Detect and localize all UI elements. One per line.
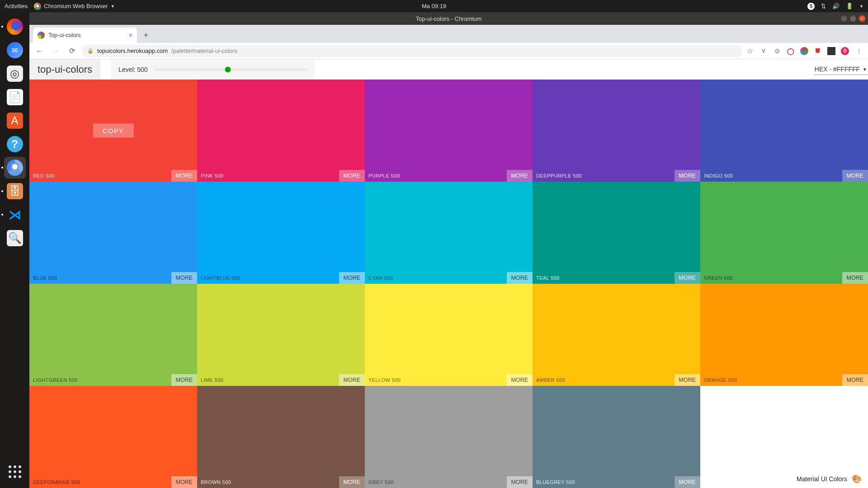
extension-profile-icon[interactable]: D [841,47,849,55]
dock-vscode[interactable]: ⋊ [4,204,26,225]
swatch-more-button[interactable]: MORE [507,170,533,182]
browser-window: Top-ui-colors - Chromium – ▢ × Top-ui-co… [29,12,868,488]
network-icon[interactable]: ⇅ [821,3,826,9]
swatch-grey-500[interactable]: GREY 500MORE [365,386,533,488]
swatch-more-button[interactable]: MORE [339,374,365,386]
swatch-more-button[interactable]: MORE [171,272,198,284]
tab-active[interactable]: Top-ui-colors × [33,28,137,43]
bookmark-star-icon[interactable]: ☆ [746,47,754,55]
dock-files[interactable]: 🗄 [4,180,26,202]
swatch-more-button[interactable]: MORE [842,374,868,386]
level-slider[interactable] [154,68,308,71]
swatch-deeppurple-500[interactable]: DEEPPURPLE 500MORE [533,80,700,182]
extension-grid-icon[interactable] [827,47,835,55]
firefox-icon [7,19,23,35]
swatch-pink-500[interactable]: PINK 500MORE [197,80,365,182]
reload-button[interactable]: ⟳ [66,45,78,57]
extension-colorpicker-icon[interactable] [800,47,808,55]
tab-close-button[interactable]: × [129,32,132,39]
browser-menu-button[interactable]: ⋮ [854,47,863,55]
dock-show-apps[interactable] [4,461,26,483]
swatch-yellow-500[interactable]: YELLOW 500MORE [365,284,533,386]
swatch-more-button[interactable]: MORE [171,170,198,182]
window-close-button[interactable]: × [859,15,865,22]
swatch-purple-500[interactable]: PURPLE 500MORE [365,80,533,182]
copy-button[interactable]: COPY [93,124,134,138]
dock-image-viewer[interactable]: 🔍 [4,227,26,249]
extension-settings-icon[interactable]: ⚙ [773,47,781,55]
swatch-more-button[interactable]: MORE [675,476,701,488]
chevron-down-icon: ▼ [863,67,867,72]
swatch-more-button[interactable]: MORE [507,476,533,488]
thunderbird-icon: ✉ [7,42,23,58]
swatch-amber-500[interactable]: AMBER 500MORE [533,284,700,386]
clock[interactable]: Ma 09:19 [422,3,446,9]
swatch-more-button[interactable]: MORE [675,272,701,284]
swatch-label: RED 500 [33,173,54,178]
swatch-bluegrey-500[interactable]: BLUEGREY 500MORE [533,386,700,488]
app-title[interactable]: top-ui-colors [38,64,92,75]
swatch-label: INDIGO 500 [704,173,733,178]
shopping-bag-icon: A [7,113,23,129]
swatch-lightgreen-500[interactable]: LIGHTGREEN 500MORE [29,284,197,386]
swatch-more-button[interactable]: MORE [339,476,365,488]
dock-software[interactable]: A [4,110,26,131]
swatch-teal-500[interactable]: TEAL 500MORE [533,182,700,284]
swatch-label: BLUEGREY 500 [536,479,575,485]
swatch-more-button[interactable]: MORE [842,272,868,284]
swatch-lightblue-500[interactable]: LIGHTBLUE 500MORE [197,182,365,284]
volume-icon[interactable]: 🔊 [832,3,840,9]
dock-rhythmbox[interactable]: ◎ [4,63,26,84]
document-icon: 📄 [7,89,23,105]
swatch-more-button[interactable]: MORE [339,170,365,182]
swatch-more-button[interactable]: MORE [507,374,533,386]
extension-adblock-icon[interactable]: ◯ [787,47,795,55]
extension-vimium-icon[interactable]: V [760,47,768,55]
chromium-icon [34,3,41,10]
skype-tray-icon[interactable]: S [807,3,815,10]
swatch-more-button[interactable]: MORE [507,272,533,284]
level-control: Level: 500 [111,59,315,80]
swatch-more-button[interactable]: MORE [842,170,868,182]
dock-writer[interactable]: 📄 [4,86,26,108]
address-bar[interactable]: 🔒 topuicolors.herokuapp.com/palette/mate… [82,45,742,57]
tab-strip: Top-ui-colors × + [29,25,868,43]
new-tab-button[interactable]: + [140,29,152,42]
swatch-deeporange-500[interactable]: DEEPORANGE 500MORE [29,386,197,488]
slider-handle[interactable] [225,66,231,72]
swatch-more-button[interactable]: MORE [171,374,198,386]
dock-thunderbird[interactable]: ✉ [4,39,26,61]
dock-help[interactable]: ? [4,133,26,155]
palette-footer[interactable]: Material UI Colors 🎨 [790,470,868,488]
swatch-more-button[interactable]: MORE [339,272,365,284]
app-header: top-ui-colors Level: 500 HEX - #FFFFFF ▼ [29,59,868,80]
window-minimize-button[interactable]: – [841,15,847,22]
window-maximize-button[interactable]: ▢ [850,15,856,22]
extension-shield-icon[interactable]: ⛊ [814,47,822,55]
swatch-more-button[interactable]: MORE [675,170,701,182]
swatch-brown-500[interactable]: BROWN 500MORE [197,386,365,488]
swatch-more-button[interactable]: MORE [171,476,198,488]
swatch-label: CYAN 500 [368,275,393,281]
swatch-lime-500[interactable]: LIME 500MORE [197,284,365,386]
swatch-cyan-500[interactable]: CYAN 500MORE [365,182,533,284]
swatch-orange-500[interactable]: ORANGE 500MORE [700,284,868,386]
dock-firefox[interactable] [4,16,26,38]
dock-chromium[interactable] [4,157,26,178]
chromium-icon [7,160,23,176]
battery-icon[interactable]: 🔋 [846,3,853,9]
app-menu[interactable]: Chromium Web Browser ▼ [34,3,114,10]
forward-button[interactable]: → [49,45,62,57]
swatch-green-500[interactable]: GREEN 500MORE [700,182,868,284]
activities-button[interactable]: Activities [5,3,28,9]
swatch-label: ORANGE 500 [704,377,737,383]
level-label: Level: 500 [118,66,148,73]
format-select[interactable]: HEX - #FFFFFF ▼ [814,64,868,75]
swatch-red-500[interactable]: RED 500MORECOPY [29,80,197,182]
back-button[interactable]: ← [33,45,46,57]
swatch-blue-500[interactable]: BLUE 500MORE [29,182,197,284]
swatch-more-button[interactable]: MORE [675,374,701,386]
system-menu-chevron-icon[interactable]: ▼ [859,4,863,9]
swatch-indigo-500[interactable]: INDIGO 500MORE [700,80,868,182]
swatch-label: BLUE 500 [33,275,57,281]
